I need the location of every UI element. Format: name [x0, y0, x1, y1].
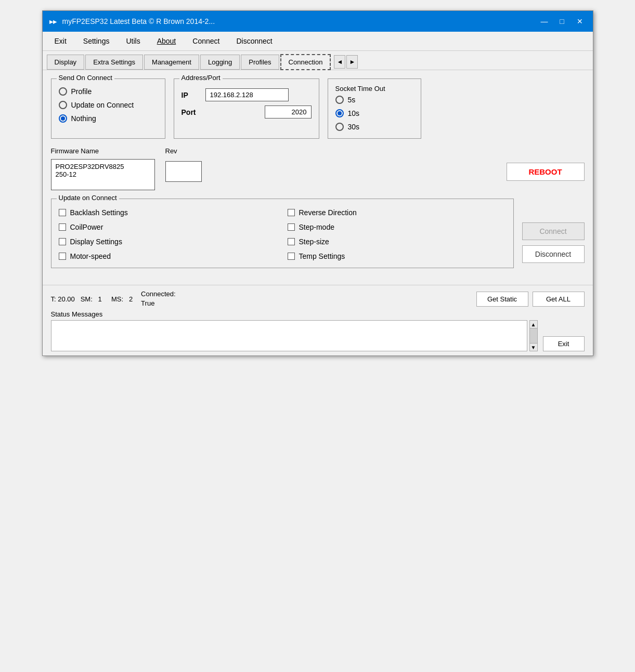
radio-10s-label: 10s — [348, 109, 360, 117]
check-coil-power-label: CoilPower — [70, 223, 103, 231]
radio-5s[interactable]: 5s — [335, 96, 413, 104]
tab-profiles[interactable]: Profiles — [241, 55, 279, 70]
port-input[interactable] — [265, 106, 312, 118]
menu-exit[interactable]: Exit — [47, 34, 74, 48]
tab-next-button[interactable]: ► — [346, 55, 358, 69]
radio-update-label: Update on Connect — [71, 101, 134, 109]
get-all-button[interactable]: Get ALL — [533, 292, 585, 307]
check-step-size[interactable]: Step-size — [288, 238, 506, 246]
scroll-down-button[interactable]: ▼ — [529, 343, 538, 351]
check-backlash[interactable]: Backlash Settings — [59, 208, 277, 217]
menu-connect[interactable]: Connect — [185, 34, 227, 48]
tab-display[interactable]: Display — [47, 55, 85, 70]
radio-profile[interactable]: Profile — [59, 87, 158, 96]
address-port-group: Address/Port IP Port — [174, 78, 319, 139]
firmware-name-label: Firmware Name — [51, 147, 155, 155]
right-col-top: REBOOT — [507, 163, 585, 181]
check-step-size-label: Step-size — [299, 238, 329, 246]
check-motor-speed[interactable]: Motor-speed — [59, 252, 277, 260]
minimize-button[interactable]: — — [537, 15, 552, 28]
scroll-up-button[interactable]: ▲ — [529, 320, 538, 328]
menu-about[interactable]: About — [149, 34, 184, 48]
title-bar-controls: — □ ✕ — [537, 15, 588, 28]
checkbox-reverse-dir — [288, 209, 295, 216]
tab-management[interactable]: Management — [144, 55, 199, 70]
connected-value: True — [141, 299, 176, 308]
tabs-bar: Display Extra Settings Management Loggin… — [43, 51, 593, 70]
firmware-rev-label: Rev — [165, 147, 202, 155]
connected-block: Connected: True — [141, 289, 176, 308]
firmware-name-input[interactable]: PRO2ESP32DRV8825 250-12 — [51, 159, 155, 190]
checkbox-coil-power — [59, 223, 66, 231]
check-temp-settings[interactable]: Temp Settings — [288, 252, 506, 260]
check-display-settings[interactable]: Display Settings — [59, 238, 277, 246]
close-button[interactable]: ✕ — [572, 15, 588, 28]
main-window: ▶▶ myFP2ESP32 Latest Beta © R Brown 2014… — [42, 10, 593, 356]
menu-settings[interactable]: Settings — [75, 34, 118, 48]
radio-circle-30s — [335, 123, 344, 131]
checkbox-display-settings — [59, 238, 66, 245]
row2: Firmware Name PRO2ESP32DRV8825 250-12 Re… — [51, 147, 585, 190]
tab-extra-settings[interactable]: Extra Settings — [85, 55, 143, 70]
send-on-connect-group: Send On Connect Profile Update on Connec… — [51, 78, 165, 139]
checkbox-temp-settings — [288, 253, 295, 260]
tab-navigation: ◄ ► — [334, 55, 358, 69]
radio-30s[interactable]: 30s — [335, 123, 413, 131]
radio-circle-5s — [335, 96, 344, 104]
status-btns: Get Static Get ALL — [476, 292, 585, 307]
check-motor-speed-label: Motor-speed — [70, 252, 111, 260]
radio-circle-10s — [335, 109, 344, 117]
update-on-connect-checkboxes: Backlash Settings Reverse Direction Coil… — [59, 208, 506, 260]
tab-prev-button[interactable]: ◄ — [334, 55, 345, 69]
socket-timeout-options: 5s 10s 30s — [335, 96, 413, 131]
status-t: T: 20.00 SM: 1 MS: 2 — [51, 295, 133, 303]
bottom-row: ▲ ▼ Exit — [51, 320, 585, 351]
status-messages-label: Status Messages — [51, 310, 585, 318]
row3: Update on Connect Backlash Settings Reve… — [51, 199, 585, 268]
radio-update-on-connect[interactable]: Update on Connect — [59, 101, 158, 109]
radio-nothing-label: Nothing — [71, 114, 96, 123]
content-area: Send On Connect Profile Update on Connec… — [43, 70, 593, 285]
window-title: myFP2ESP32 Latest Beta © R Brown 2014-2.… — [62, 17, 215, 25]
t-label: T: — [51, 295, 56, 303]
radio-30s-label: 30s — [348, 123, 360, 131]
port-label: Port — [182, 108, 200, 116]
tab-logging[interactable]: Logging — [200, 55, 240, 70]
send-on-connect-options: Profile Update on Connect Nothing — [59, 87, 158, 123]
exit-button[interactable]: Exit — [543, 336, 585, 351]
status-messages-area[interactable] — [51, 320, 527, 351]
menu-bar: Exit Settings Utils About Connect Discon… — [43, 32, 593, 51]
check-reverse-dir-label: Reverse Direction — [299, 208, 357, 217]
radio-10s[interactable]: 10s — [335, 109, 413, 117]
checkbox-step-mode — [288, 223, 295, 231]
menu-utils[interactable]: Utils — [118, 34, 148, 48]
connect-disconnect-col: Connect Disconnect — [522, 199, 585, 268]
radio-circle-update — [59, 101, 67, 109]
maximize-button[interactable]: □ — [554, 15, 570, 28]
connected-label: Connected: — [141, 289, 176, 299]
checkbox-backlash — [59, 209, 66, 216]
scroll-track — [529, 328, 538, 343]
radio-nothing[interactable]: Nothing — [59, 114, 158, 123]
check-reverse-dir[interactable]: Reverse Direction — [288, 208, 506, 217]
title-bar-left: ▶▶ myFP2ESP32 Latest Beta © R Brown 2014… — [48, 16, 215, 27]
ip-input[interactable] — [205, 88, 289, 101]
send-on-connect-title: Send On Connect — [57, 74, 114, 82]
firmware-rev-box — [165, 161, 202, 182]
firmware-rev-row: Firmware Name PRO2ESP32DRV8825 250-12 Re… — [51, 147, 498, 190]
radio-5s-label: 5s — [348, 96, 356, 104]
reboot-button[interactable]: REBOOT — [507, 163, 585, 181]
check-backlash-label: Backlash Settings — [70, 208, 128, 217]
check-step-mode[interactable]: Step-mode — [288, 223, 506, 231]
address-port-title: Address/Port — [179, 74, 223, 82]
t-value: 20.00 — [58, 295, 75, 303]
check-coil-power[interactable]: CoilPower — [59, 223, 277, 231]
check-display-settings-label: Display Settings — [70, 238, 122, 246]
update-on-connect-group: Update on Connect Backlash Settings Reve… — [51, 199, 514, 268]
ms-label: MS: — [111, 295, 123, 303]
disconnect-button[interactable]: Disconnect — [522, 245, 585, 263]
row1: Send On Connect Profile Update on Connec… — [51, 78, 585, 139]
get-static-button[interactable]: Get Static — [476, 292, 528, 307]
menu-disconnect[interactable]: Disconnect — [228, 34, 280, 48]
tab-connection[interactable]: Connection — [280, 54, 331, 70]
